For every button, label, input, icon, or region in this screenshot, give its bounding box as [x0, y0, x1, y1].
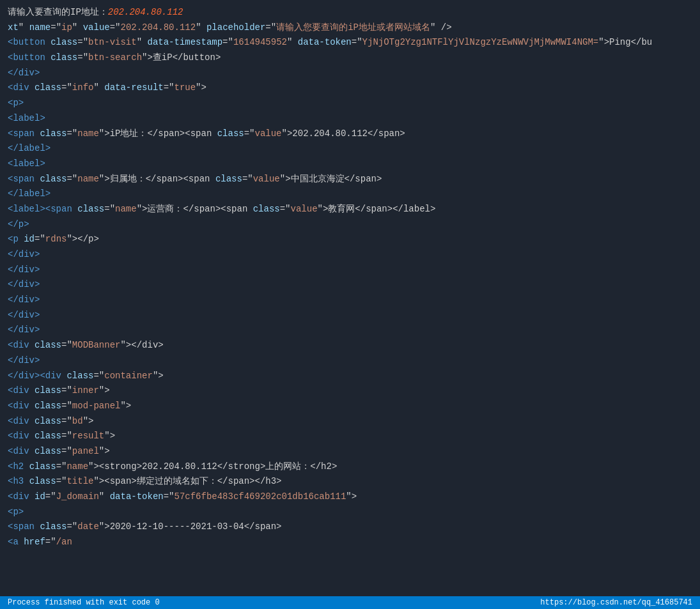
bottom-url: https://blog.csdn.net/qq_41685741 — [540, 598, 692, 607]
code-line-23: <div class="MODBanner"></div> — [0, 338, 700, 353]
code-line-10: </label> — [0, 141, 700, 157]
code-line-9: <span class="name">iP地址：</span><span cla… — [0, 127, 700, 142]
code-line-34: <p> — [0, 505, 700, 520]
code-line-29: <div class="result"> — [0, 429, 700, 444]
code-line-4: <button class="btn-search">查iP</button> — [0, 50, 700, 66]
editor-container: 请输入要查询的IP地址：202.204.80.112 xt" name="ip"… — [0, 0, 700, 609]
code-line-32: <h3 class="title"><span>绑定过的域名如下：</span>… — [0, 474, 700, 490]
code-line-2: xt" name="ip" value="202.204.80.112" pla… — [0, 20, 700, 36]
code-line-35: <span class="date">2020-12-10-----2021-0… — [0, 520, 700, 535]
code-line-36: <a href="/an — [0, 535, 700, 550]
code-line-15: </p> — [0, 217, 700, 233]
query-label: 请输入要查询的IP地址： — [8, 7, 108, 17]
code-line-31: <h2 class="name"><strong>202.204.80.112<… — [0, 459, 700, 475]
code-line-5: </div> — [0, 66, 700, 81]
code-line-18: </div> — [0, 263, 700, 278]
code-line-16: <p id="rdns"></p> — [0, 232, 700, 247]
code-line-3: <button class="btn-visit" data-timestamp… — [0, 35, 700, 50]
code-line-20: </div> — [0, 293, 700, 308]
code-line-12: <span class="name">归属地：</span><span clas… — [0, 172, 700, 187]
ip-value: 202.204.80.112 — [108, 7, 183, 17]
code-line-30: <div class="panel"> — [0, 444, 700, 459]
bottom-bar: Process finished with exit code 0 https:… — [0, 596, 700, 609]
code-line-27: <div class="mod-panel"> — [0, 399, 700, 414]
code-line-1: 请输入要查询的IP地址：202.204.80.112 — [0, 5, 700, 20]
code-line-8: <label> — [0, 111, 700, 127]
code-line-28: <div class="bd"> — [0, 414, 700, 429]
code-line-11: <label> — [0, 157, 700, 172]
code-line-13: </label> — [0, 187, 700, 202]
code-line-24: </div> — [0, 353, 700, 369]
code-line-6: <div class="info" data-result="true"> — [0, 81, 700, 96]
code-line-19: </div> — [0, 277, 700, 293]
code-line-14: <label><span class="name">运营商：</span><sp… — [0, 202, 700, 217]
code-line-25: </div><div class="container"> — [0, 369, 700, 384]
process-status-text: Process finished with exit code 0 — [8, 598, 160, 607]
code-line-7: <p> — [0, 96, 700, 111]
code-line-22: </div> — [0, 323, 700, 338]
code-line-17: </div> — [0, 247, 700, 263]
code-line-26: <div class="inner"> — [0, 383, 700, 399]
code-line-21: </div> — [0, 308, 700, 323]
code-line-33: <div id="J_domain" data-token="57cf6fbe4… — [0, 490, 700, 505]
code-line-empty — [0, 550, 700, 566]
